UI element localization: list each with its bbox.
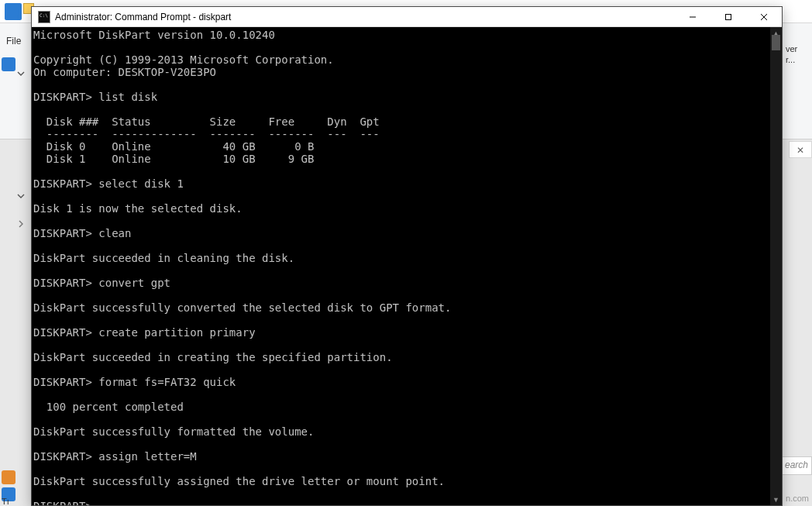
window-titlebar[interactable]: Administrator: Command Prompt - diskpart (32, 7, 782, 27)
minimize-button[interactable] (675, 7, 710, 26)
file-menu[interactable]: File (6, 36, 21, 46)
terminal-output[interactable]: Microsoft DiskPart version 10.0.10240 Co… (32, 27, 770, 505)
terminal-area[interactable]: Microsoft DiskPart version 10.0.10240 Co… (32, 27, 782, 505)
chevron-down-icon (17, 192, 25, 200)
window-title: Administrator: Command Prompt - diskpart (55, 12, 675, 22)
command-prompt-window: Administrator: Command Prompt - diskpart… (31, 6, 783, 506)
background-text-fragment: Tı (2, 497, 9, 506)
background-panel-close[interactable]: ✕ (789, 141, 812, 158)
command-prompt-icon (38, 11, 50, 23)
toolbar-icon (2, 57, 15, 71)
desktop: File ✕ ver r... earch n.com Tı Administr… (0, 0, 812, 506)
scroll-down-arrow-icon[interactable]: ▼ (770, 494, 782, 505)
maximize-button[interactable] (710, 7, 746, 26)
background-watermark: n.com (786, 494, 809, 503)
chevron-down-icon (17, 70, 25, 77)
background-search-fragment[interactable]: earch (781, 456, 812, 475)
svg-rect-1 (726, 14, 731, 19)
background-toolbar-icons (2, 54, 17, 74)
scrollbar-thumb[interactable] (772, 35, 780, 50)
scrollbar[interactable]: ▲ ▼ (770, 27, 782, 505)
chevron-right-icon (17, 220, 25, 228)
background-app-icon (5, 3, 22, 20)
taskbar-icon (2, 470, 15, 484)
window-controls (675, 7, 782, 26)
background-label-fragment: ver r... (786, 43, 810, 65)
close-button[interactable] (746, 7, 782, 26)
